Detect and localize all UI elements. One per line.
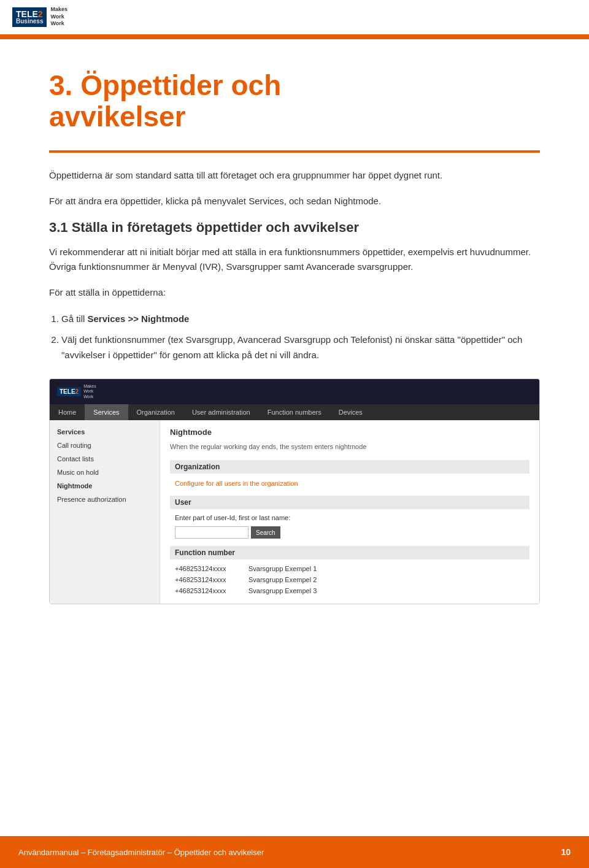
logo: TELE2 Business Makes Work Work	[12, 6, 67, 28]
ss-fn-row-2: +468253124xxxx Svarsgrupp Exempel 2	[170, 574, 529, 585]
tele2-logo: TELE2 Business	[12, 7, 47, 27]
ss-nav-services[interactable]: Services	[85, 404, 128, 420]
ss-org-link[interactable]: Configure for all users in the organizat…	[170, 477, 529, 490]
ss-sidebar-nightmode[interactable]: Nightmode	[50, 479, 160, 493]
ss-search-row: Search	[170, 525, 529, 546]
ss-sidebar-heading: Services	[50, 425, 160, 439]
ss-sidebar: Services Call routing Contact lists Musi…	[50, 420, 160, 604]
footer-page: 10	[561, 847, 571, 857]
ss-content-area: Services Call routing Contact lists Musi…	[50, 420, 539, 604]
ss-fn-label: Function number	[170, 546, 529, 559]
intro-text-1: Öppettiderna är som standard satta till …	[49, 168, 540, 183]
ss-nav-devices[interactable]: Devices	[330, 404, 371, 420]
section-heading: 3.1 Ställa in företagets öppettider och …	[49, 220, 540, 236]
footer: Användarmanual – Företagsadministratör –…	[0, 836, 589, 868]
ss-fn-number-1: +468253124xxxx	[175, 565, 248, 572]
ss-topbar: TELE2 MakesWorkWork	[50, 379, 539, 404]
footer-text: Användarmanual – Företagsadministratör –…	[18, 848, 264, 857]
ss-nav-home[interactable]: Home	[50, 404, 85, 420]
ss-logo-box: TELE2	[57, 387, 81, 396]
ss-logo: TELE2 MakesWorkWork	[57, 384, 96, 399]
ss-nav-organization[interactable]: Organization	[128, 404, 183, 420]
ss-fn-number-2: +468253124xxxx	[175, 576, 248, 583]
ss-fn-row-3: +468253124xxxx Svarsgrupp Exempel 3	[170, 585, 529, 596]
makes-work-work: Makes Work Work	[50, 6, 67, 28]
main-content: 3. Öppettider och avvikelser Öppettidern…	[0, 39, 589, 641]
ss-fn-row-1: +468253124xxxx Svarsgrupp Exempel 1	[170, 563, 529, 574]
ss-nav-function-numbers[interactable]: Function numbers	[259, 404, 330, 420]
ss-logo-text: MakesWorkWork	[83, 384, 96, 399]
ss-main-panel: Nightmode When the regular working day e…	[160, 420, 539, 604]
ss-user-label: User	[170, 496, 529, 509]
page-title: 3. Öppettider och avvikelser	[49, 70, 540, 132]
ss-main-title: Nightmode	[170, 428, 529, 437]
logo-subtitle: Business	[16, 18, 43, 25]
ss-main-desc: When the regular working day ends, the s…	[170, 442, 529, 452]
header: TELE2 Business Makes Work Work	[0, 0, 589, 34]
ss-sidebar-presence-auth[interactable]: Presence authorization	[50, 493, 160, 506]
step-2: Välj det funktionsnummer (tex Svarsgrupp…	[61, 332, 540, 363]
orange-divider	[49, 150, 540, 153]
intro-text-2: För att ändra era öppettider, klicka på …	[49, 194, 540, 209]
ss-search-button[interactable]: Search	[251, 526, 280, 539]
orange-top-bar	[0, 34, 589, 39]
steps-list: Gå till Services >> Nightmode Välj det f…	[61, 311, 540, 363]
steps-intro: För att ställa in öppettiderna:	[49, 285, 540, 300]
ss-search-input[interactable]	[175, 526, 248, 539]
section-text-1: Vi rekommenderar att ni initialt börjar …	[49, 245, 540, 274]
step-1: Gå till Services >> Nightmode	[61, 311, 540, 327]
ss-sidebar-music-on-hold[interactable]: Music on hold	[50, 466, 160, 479]
ss-user-desc: Enter part of user-Id, first or last nam…	[170, 513, 529, 525]
ss-sidebar-call-routing[interactable]: Call routing	[50, 439, 160, 452]
ss-nav-user-admin[interactable]: User administration	[183, 404, 259, 420]
ss-sidebar-contact-lists[interactable]: Contact lists	[50, 452, 160, 466]
ss-navbar: Home Services Organization User administ…	[50, 404, 539, 420]
ss-fn-name-3: Svarsgrupp Exempel 3	[248, 587, 317, 594]
ss-fn-number-3: +468253124xxxx	[175, 587, 248, 594]
ss-org-label: Organization	[170, 460, 529, 474]
ss-fn-name-2: Svarsgrupp Exempel 2	[248, 576, 317, 583]
screenshot: TELE2 MakesWorkWork Home Services Organi…	[49, 378, 540, 605]
ss-fn-name-1: Svarsgrupp Exempel 1	[248, 565, 317, 572]
